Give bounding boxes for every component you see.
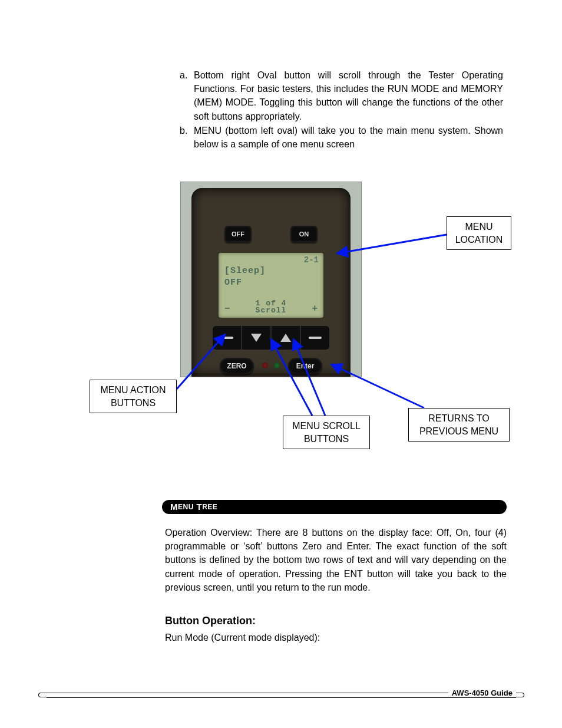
lcd-minus: −	[224, 304, 230, 314]
soft-button-row	[213, 326, 329, 350]
lcd-center-2: Scroll	[219, 306, 323, 315]
heading-menu-tree: MENU TREE	[162, 500, 507, 514]
lcd-menu-location: 2-1	[304, 255, 319, 265]
triangle-up-icon	[280, 334, 291, 342]
soft-button-1[interactable]	[213, 326, 242, 350]
callout-menu-action: MENU ACTION BUTTONS	[90, 380, 177, 413]
lcd-plus: +	[312, 304, 318, 314]
soft-button-4[interactable]	[301, 326, 329, 350]
list-marker-b: b.	[180, 124, 194, 137]
menu-tree-ree: REE	[202, 503, 217, 511]
lcd-line-2: OFF	[224, 278, 242, 288]
on-button[interactable]: ON	[290, 226, 318, 242]
list-item-b: b.MENU (bottom left oval) will take you …	[180, 124, 507, 151]
led-red-icon	[262, 363, 268, 368]
lcd-line-1: [Sleep]	[224, 266, 266, 276]
zero-button[interactable]: ZERO	[220, 358, 254, 374]
device-photo: OFF ON 2-1 [Sleep] OFF 1 of 4 Scroll − +…	[180, 182, 362, 377]
lcd-screen: 2-1 [Sleep] OFF 1 of 4 Scroll − +	[219, 253, 323, 318]
list-text-a: Bottom right Oval button will scroll thr…	[194, 68, 503, 123]
enter-button[interactable]: Enter	[288, 358, 322, 374]
list-text-b: MENU (bottom left oval) will take you to…	[194, 124, 503, 151]
menu-tree-M: M	[170, 502, 178, 512]
callout-menu-location: MENU LOCATION	[447, 216, 511, 250]
off-button[interactable]: OFF	[224, 226, 252, 242]
soft-button-2-down[interactable]	[242, 326, 272, 350]
menu-tree-T: T	[194, 502, 202, 512]
callout-returns: RETURNS TO PREVIOUS MENU	[408, 408, 510, 442]
list-marker-a: a.	[180, 68, 194, 82]
dash-icon	[220, 337, 233, 339]
triangle-down-icon	[251, 334, 262, 342]
footer-guide-label: AWS-4050 Guide	[448, 689, 516, 697]
paragraph-operation-overview: Operation Overview: There are 8 buttons …	[165, 526, 507, 594]
dash-icon	[309, 337, 322, 339]
device-body: OFF ON 2-1 [Sleep] OFF 1 of 4 Scroll − +…	[191, 188, 351, 377]
led-green-icon	[274, 363, 280, 368]
menu-tree-enu: ENU	[178, 503, 194, 511]
list-item-a: a.Bottom right Oval button will scroll t…	[180, 68, 507, 123]
callout-menu-scroll: MENU SCROLL BUTTONS	[283, 416, 370, 449]
paragraph-run-mode: Run Mode (Current mode displayed):	[165, 631, 507, 644]
heading-button-operation: Button Operation:	[165, 615, 256, 627]
soft-button-3-up[interactable]	[272, 326, 301, 350]
